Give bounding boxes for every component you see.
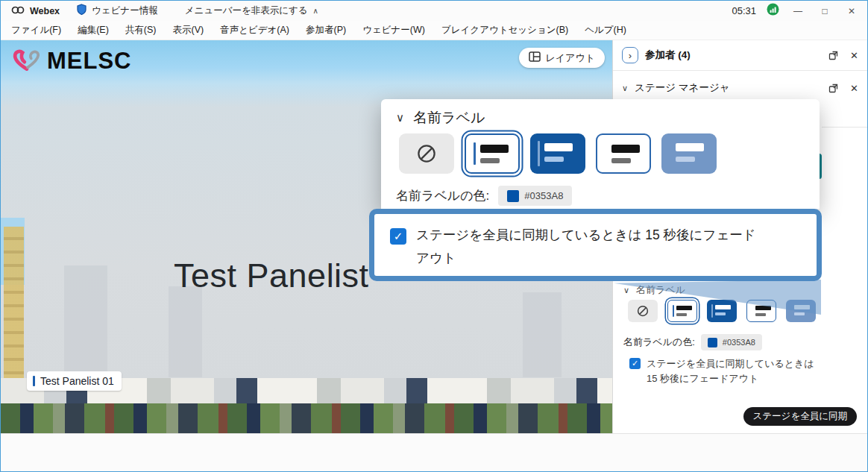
name-label-popup: ∨ 名前ラベル 名前ラベルの色: #0353A8	[381, 99, 820, 209]
sync-fade-label-line2: 15 秒後にフェードアウト	[647, 371, 814, 386]
color-swatch	[708, 338, 717, 347]
color-value: #0353A8	[524, 190, 563, 201]
name-label-style-translucent[interactable]	[661, 133, 717, 174]
popout-icon[interactable]	[828, 84, 838, 93]
maximize-button[interactable]: □	[817, 6, 833, 16]
popup-header[interactable]: ∨ 名前ラベル	[396, 108, 485, 128]
popup-color-row: 名前ラベルの色: #0353A8	[396, 186, 572, 206]
city-tower-silhouette	[523, 292, 562, 377]
melsc-heart-icon	[11, 46, 43, 76]
close-stage-manager-button[interactable]: ✕	[850, 83, 858, 94]
chevron-up-icon[interactable]: ∧	[313, 7, 318, 15]
callout-text-line1: ステージを全員に同期しているときは 15 秒後にフェード	[416, 226, 756, 244]
meeting-timer: 05:31	[732, 5, 756, 16]
callout-sync-checkbox[interactable]: ✓	[390, 228, 406, 245]
chevron-down-icon: ∨	[396, 111, 404, 125]
name-label-color-row: 名前ラベルの色: #0353A8	[623, 334, 762, 350]
close-participants-panel-button[interactable]: ✕	[850, 50, 858, 61]
titlebar: Webex ウェビナー情報 メニューバーを非表示にする ∧ 05:31 — □ …	[1, 1, 868, 21]
city-tower-silhouette	[64, 265, 107, 377]
color-swatch	[507, 190, 519, 202]
webinar-info-icon	[77, 4, 87, 18]
menu-file[interactable]: ファイル(F)	[11, 24, 61, 37]
menu-share[interactable]: 共有(S)	[125, 24, 157, 37]
sync-fade-callout: ✓ ステージを全員に同期しているときは 15 秒後にフェード アウト	[369, 209, 822, 281]
name-label-style-outline[interactable]	[596, 133, 651, 174]
name-label-style-light-selected[interactable]	[465, 133, 520, 174]
sync-fade-checkbox-row: ✓ ステージを全員に同期しているときは 15 秒後にフェードアウト	[629, 356, 814, 386]
chevron-right-icon: ›	[629, 50, 632, 61]
menu-webinar[interactable]: ウェビナー(W)	[362, 24, 425, 37]
sync-stage-button[interactable]: ステージを全員に同期	[743, 407, 857, 426]
menubar: ファイル(F) 編集(E) 共有(S) 表示(V) 音声とビデオ(A) 参加者(…	[1, 21, 868, 40]
name-label-style-none[interactable]	[399, 133, 454, 174]
name-label-color-label: 名前ラベルの色:	[623, 336, 695, 349]
connection-quality-icon	[767, 3, 779, 19]
webex-logo-icon	[11, 4, 25, 18]
minimize-button[interactable]: —	[790, 6, 806, 16]
color-value: #0353A8	[723, 338, 755, 347]
chevron-down-icon: ∨	[623, 286, 629, 295]
name-label-style-light-selected[interactable]	[667, 300, 697, 322]
callout-text-line2: アウト	[416, 249, 456, 267]
name-label-color-label: 名前ラベルの色:	[396, 187, 489, 204]
city-tower-silhouette	[169, 286, 202, 377]
melsc-wordmark: MELSC	[47, 48, 132, 75]
participant-display-name: Test Panelist	[174, 257, 369, 295]
participants-panel-header: › 参加者 (4) ✕	[613, 43, 868, 67]
participants-collapse-button[interactable]: ›	[622, 47, 638, 63]
app-name: Webex	[30, 6, 60, 16]
popup-style-options	[399, 133, 717, 174]
sync-fade-label: ステージを全員に同期しているときは 15 秒後にフェードアウト	[647, 356, 814, 386]
panel-divider	[822, 127, 868, 128]
webex-window: Webex ウェビナー情報 メニューバーを非表示にする ∧ 05:31 — □ …	[0, 0, 868, 472]
stage-manager-panel-header: ∨ ステージ マネージャ ✕	[613, 76, 868, 100]
name-label-style-solid[interactable]	[707, 300, 737, 322]
name-label-color-chip[interactable]: #0353A8	[701, 334, 762, 350]
sync-fade-label-line1: ステージを全員に同期しているときは	[647, 356, 814, 371]
name-label-text: Test Panelist 01	[40, 375, 114, 387]
melsc-logo: MELSC	[11, 46, 132, 76]
menu-edit[interactable]: 編集(E)	[78, 24, 109, 37]
popout-icon[interactable]	[828, 51, 838, 60]
participant-name-label: Test Panelist 01	[27, 371, 122, 391]
popup-title: 名前ラベル	[413, 108, 485, 128]
menu-view[interactable]: 表示(V)	[172, 24, 204, 37]
menu-participants[interactable]: 参加者(P)	[306, 24, 346, 37]
name-label-accent-bar	[33, 376, 35, 386]
panel-divider	[613, 70, 868, 71]
webinar-info-button[interactable]: ウェビナー情報	[92, 4, 158, 17]
chevron-down-icon[interactable]: ∨	[622, 84, 628, 93]
name-label-color-chip[interactable]: #0353A8	[498, 186, 572, 206]
menu-help[interactable]: ヘルプ(H)	[585, 24, 626, 37]
stage-manager-title: ステージ マネージャ	[635, 81, 729, 95]
menu-breakout-session[interactable]: ブレイクアウトセッション(B)	[441, 24, 568, 37]
name-label-style-none[interactable]	[628, 300, 658, 322]
hide-menubar-button[interactable]: メニューバーを非表示にする	[185, 4, 308, 17]
layout-button-label: レイアウト	[545, 51, 595, 65]
sync-fade-checkbox[interactable]: ✓	[629, 358, 641, 369]
city-building	[4, 227, 24, 383]
name-label-style-solid[interactable]	[530, 133, 585, 174]
layout-button[interactable]: レイアウト	[519, 48, 605, 68]
menu-audio-video[interactable]: 音声とビデオ(A)	[220, 24, 289, 37]
control-bar: ∨ ミュート解除 ∨ ビデオの開始 ∨ 共有 録画 ☺ … ✕	[1, 433, 868, 472]
layout-icon	[529, 51, 541, 64]
participants-panel-title: 参加者 (4)	[645, 48, 691, 62]
close-window-button[interactable]: ✕	[843, 6, 860, 16]
